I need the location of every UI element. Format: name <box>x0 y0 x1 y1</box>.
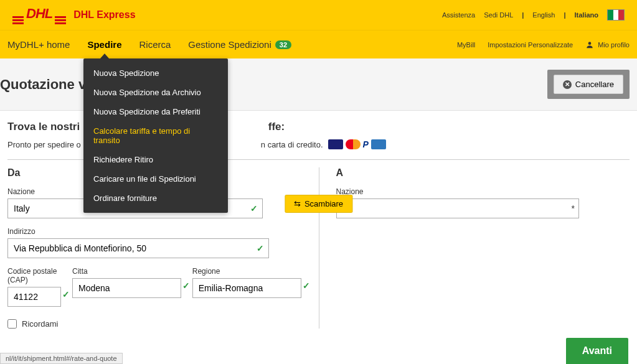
paypal-icon: P <box>363 139 369 149</box>
remember-label: Ricordami <box>22 319 59 329</box>
dropdown-new-shipment[interactable]: Nuova Spedizione <box>83 63 228 83</box>
dropdown-request-pickup[interactable]: Richiedere Ritiro <box>83 150 228 169</box>
help-link[interactable]: Assistenza <box>442 11 475 19</box>
vertical-divider <box>319 167 319 329</box>
dropdown-from-favorites[interactable]: Nuova Spedizione da Preferiti <box>83 102 228 121</box>
nav-right: MyBill Impostazioni Personalizzate Mio p… <box>457 40 630 49</box>
nav-bar: MyDHL+ home Spedire Ricerca Gestione Spe… <box>0 30 637 58</box>
swap-icon: ⇆ <box>294 199 301 208</box>
nav-manage-label: Gestione Spedizioni <box>188 39 271 50</box>
cancel-button[interactable]: ✕ Cancellare <box>554 75 623 94</box>
top-bar: DHL DHL Express Assistenza Sedi DHL | En… <box>0 0 637 30</box>
check-icon: ✓ <box>182 281 190 291</box>
from-region-field: Regione ✓ <box>192 267 301 307</box>
lang-english-link[interactable]: English <box>532 11 555 19</box>
nav-home[interactable]: MyDHL+ home <box>7 39 70 50</box>
from-postal-field: Codice postale (CAP) ✓ <box>7 267 61 307</box>
status-bar-url: nl/it/it/shipment.html#/rate-and-quote <box>0 353 123 364</box>
next-button[interactable]: Avanti <box>566 338 628 364</box>
from-region-label: Regione <box>192 267 301 276</box>
separator: | <box>522 11 524 19</box>
nav-profile[interactable]: Mio profilo <box>585 40 630 49</box>
top-links: Assistenza Sedi DHL | English | Italiano <box>442 9 625 21</box>
from-city-input[interactable] <box>72 278 181 298</box>
dropdown-rate-quote[interactable]: Calcolare tariffa e tempo di transito <box>83 121 228 150</box>
to-country-field: Nazione * <box>336 187 630 218</box>
from-address-field: Indirizzo ✓ <box>7 227 301 258</box>
cancel-wrap: ✕ Cancellare <box>547 70 630 99</box>
check-icon: ✓ <box>62 289 70 299</box>
check-icon: ✓ <box>303 281 310 291</box>
mastercard-icon <box>346 139 361 149</box>
from-postal-label: Codice postale (CAP) <box>7 267 61 284</box>
to-title: A <box>336 167 630 179</box>
nav-profile-label: Mio profilo <box>598 41 630 49</box>
amex-icon <box>371 139 386 149</box>
check-icon: ✓ <box>250 203 258 213</box>
svg-point-0 <box>588 42 592 45</box>
page-title: Quotazione ve <box>0 77 93 93</box>
nav-mybill[interactable]: MyBill <box>457 41 475 49</box>
person-icon <box>585 40 594 49</box>
desc-prefix: Pronto per spedire o <box>7 140 81 149</box>
nav-manage[interactable]: Gestione Spedizioni 32 <box>188 39 291 50</box>
swap-button[interactable]: ⇆ Scambiare <box>285 195 352 213</box>
from-locality-row: Codice postale (CAP) ✓ Citta ✓ Regione ✓ <box>7 267 301 315</box>
swap-label: Scambiare <box>304 199 343 208</box>
to-country-input[interactable] <box>336 198 579 218</box>
from-postal-input[interactable] <box>7 287 61 307</box>
required-asterisk: * <box>572 203 575 213</box>
locations-link[interactable]: Sedi DHL <box>484 11 513 19</box>
from-address-label: Indirizzo <box>7 227 301 236</box>
dhl-logo: DHL <box>12 6 66 24</box>
nav-left: MyDHL+ home Spedire Ricerca Gestione Spe… <box>7 39 291 50</box>
nav-settings[interactable]: Impostazioni Personalizzate <box>488 41 573 49</box>
payment-cards: P <box>328 139 386 149</box>
remember-checkbox[interactable] <box>7 319 17 329</box>
from-city-field: Citta ✓ <box>72 267 181 307</box>
nav-ship[interactable]: Spedire <box>87 39 121 50</box>
dropdown-upload-file[interactable]: Caricare un file di Spedizioni <box>83 169 228 189</box>
to-column: A Nazione * <box>319 167 630 329</box>
nav-badge: 32 <box>275 40 291 49</box>
visa-icon <box>328 139 343 149</box>
lang-italian-link[interactable]: Italiano <box>574 11 598 19</box>
ship-dropdown: Nuova Spedizione Nuova Spedizione da Arc… <box>83 58 228 213</box>
check-icon: ✓ <box>257 243 264 253</box>
dropdown-order-supplies[interactable]: Ordinare forniture <box>83 189 228 208</box>
from-city-label: Citta <box>72 267 181 276</box>
cancel-label: Cancellare <box>575 80 614 89</box>
remember-row: Ricordami <box>7 319 301 329</box>
flag-italy-icon[interactable] <box>607 9 625 21</box>
brand-text: DHL Express <box>73 9 135 21</box>
section-title-part2: ffe: <box>268 121 285 133</box>
from-address-input[interactable] <box>7 238 269 258</box>
desc-suffix: n carta di credito. <box>261 140 323 149</box>
separator: | <box>564 11 565 19</box>
section-title-part1: Trova le nostri <box>7 121 80 133</box>
nav-search[interactable]: Ricerca <box>139 39 171 50</box>
from-region-input[interactable] <box>192 278 301 298</box>
to-country-label: Nazione <box>336 187 630 196</box>
dropdown-from-archive[interactable]: Nuova Spedizione da Archivio <box>83 83 228 102</box>
close-icon: ✕ <box>563 80 572 89</box>
logo-area: DHL DHL Express <box>12 6 136 24</box>
